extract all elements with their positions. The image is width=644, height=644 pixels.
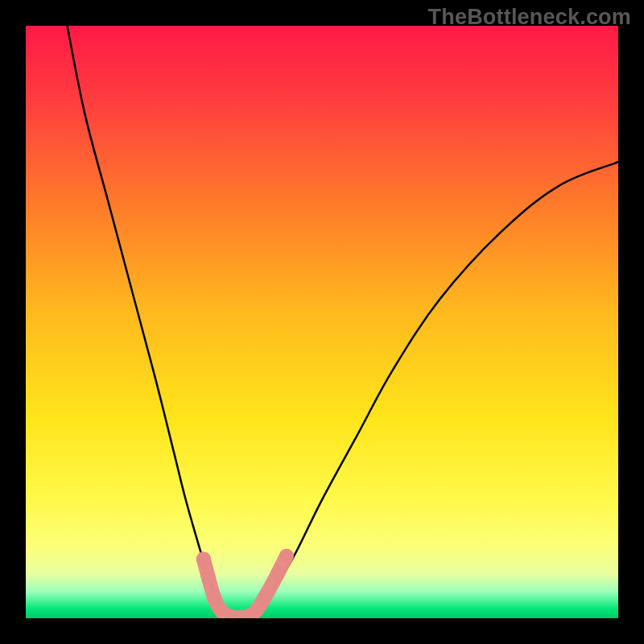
watermark-text: TheBottleneck.com: [428, 5, 631, 30]
plot-area: [26, 26, 618, 618]
marker-dot: [279, 549, 294, 564]
chart-svg: [26, 26, 618, 618]
marker-dot: [270, 567, 285, 581]
marker-dot: [258, 588, 273, 603]
chart-frame: TheBottleneck.com: [0, 0, 644, 644]
marker-dot: [201, 569, 216, 584]
gradient-background: [26, 26, 618, 618]
marker-dot: [207, 590, 221, 605]
marker-dot: [196, 551, 211, 566]
marker-dot: [250, 603, 264, 617]
